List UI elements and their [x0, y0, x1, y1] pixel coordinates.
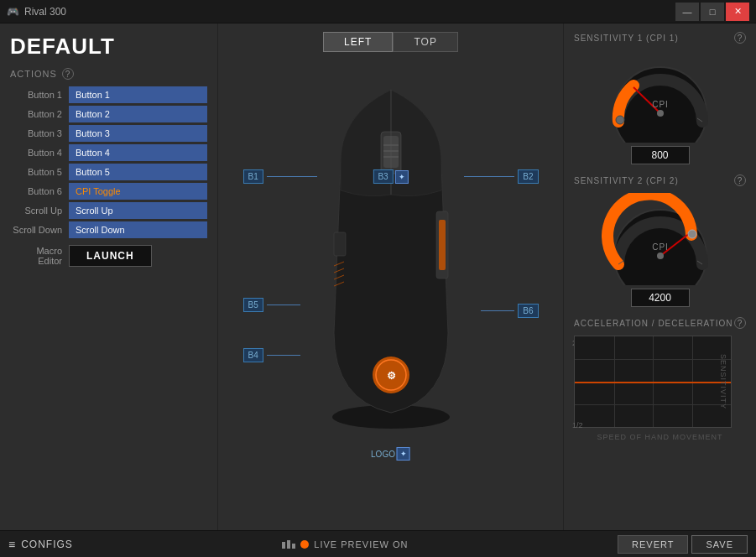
- svg-text:⚙: ⚙: [386, 370, 395, 382]
- logo-text: LOGO: [371, 450, 395, 459]
- action-row-scroll-down: Scroll Down Scroll Down: [10, 221, 207, 238]
- sensitivity2-title: SENSITIVITY 2 (CPI 2): [574, 176, 679, 185]
- view-tabs: LEFT TOP: [323, 32, 458, 52]
- app-icon: 🎮: [7, 6, 19, 18]
- b3-badge[interactable]: B3: [373, 169, 393, 184]
- b2-badge[interactable]: B2: [518, 169, 538, 184]
- configs-button[interactable]: ≡ CONFIGS: [8, 538, 73, 551]
- title-bar: 🎮 Rival 300 — □ ✕: [0, 0, 756, 23]
- action-row-button5: Button 5 Button 5: [10, 164, 207, 180]
- action-row-button3: Button 3 Button 3: [10, 125, 207, 142]
- close-button[interactable]: ✕: [726, 3, 749, 21]
- configs-label: CONFIGS: [21, 539, 73, 550]
- tab-top[interactable]: TOP: [393, 32, 457, 52]
- svg-rect-12: [439, 220, 446, 270]
- scroll-down-label: Scroll Down: [10, 225, 69, 235]
- b1-badge[interactable]: B1: [243, 169, 263, 184]
- svg-point-23: [616, 116, 624, 124]
- sensitivity2-header: SENSITIVITY 2 (CPI 2) ?: [574, 174, 746, 186]
- x-axis-label: SPEED OF HAND MOVEMENT: [574, 433, 746, 441]
- page-title: DEFAULT: [10, 34, 207, 60]
- tab-left[interactable]: LEFT: [323, 32, 393, 52]
- button4-action[interactable]: Button 4: [69, 144, 207, 161]
- sensitivity2-input[interactable]: [631, 289, 690, 307]
- sensitivity1-gauge: CPI: [574, 50, 746, 143]
- action-row-scroll-up: Scroll Up Scroll Up: [10, 202, 207, 219]
- configs-icon: ≡: [8, 538, 16, 551]
- macro-row: Macro Editor LAUNCH: [10, 245, 207, 267]
- sensitivity2-help[interactable]: ?: [734, 174, 746, 186]
- button2-action[interactable]: Button 2: [69, 106, 207, 122]
- action-row-button4: Button 4 Button 4: [10, 144, 207, 161]
- svg-point-21: [657, 110, 664, 117]
- actions-header: ACTIONS ?: [10, 68, 207, 80]
- svg-text:CPI: CPI: [652, 100, 669, 109]
- button5-action[interactable]: Button 5: [69, 164, 207, 180]
- button3-label: Button 3: [10, 128, 69, 138]
- action-row-button1: Button 1 Button 1: [10, 86, 207, 103]
- sensitivity1-input[interactable]: [631, 146, 690, 164]
- save-button[interactable]: SAVE: [691, 535, 748, 554]
- minimize-button[interactable]: —: [675, 3, 699, 21]
- scroll-up-action[interactable]: Scroll Up: [69, 202, 207, 219]
- button5-label: Button 5: [10, 167, 69, 177]
- sensitivity1-help[interactable]: ?: [734, 32, 746, 44]
- gauge2-svg: CPI: [602, 193, 719, 285]
- b4-label: B4: [243, 348, 300, 362]
- live-bars-icon: [282, 540, 295, 549]
- action-row-button6: Button 6 CPI Toggle: [10, 183, 207, 200]
- right-panel: SENSITIVITY 1 (CPI 1) ? CPI: [563, 23, 756, 530]
- svg-rect-6: [334, 232, 346, 256]
- mouse-svg: ⚙: [307, 65, 475, 434]
- y-axis-bottom: 1/2: [572, 421, 583, 429]
- b5-label: B5: [243, 298, 300, 312]
- svg-text:CPI: CPI: [652, 242, 669, 252]
- b2-label: B2: [464, 169, 538, 184]
- scroll-down-action[interactable]: Scroll Down: [69, 221, 207, 238]
- accel-title: ACCELERATION / DECELERATION: [574, 319, 733, 328]
- app-title: Rival 300: [24, 6, 66, 18]
- macro-editor-label: Macro Editor: [10, 246, 69, 266]
- actions-help-icon[interactable]: ?: [62, 68, 74, 80]
- sensitivity1-value-box: [574, 146, 746, 164]
- bar2: [287, 540, 290, 549]
- live-indicator-dot: [300, 540, 309, 549]
- launch-button[interactable]: LAUNCH: [69, 245, 152, 267]
- bottom-right-buttons: REVERT SAVE: [618, 535, 748, 554]
- b3-icon: ✦: [395, 170, 409, 184]
- bar3: [292, 544, 295, 549]
- accel-chart[interactable]: SENSITIVITY: [574, 336, 732, 428]
- logo-icon: ✦: [397, 447, 410, 461]
- sensitivity2-value-box: [574, 289, 746, 307]
- svg-point-28: [657, 252, 664, 259]
- accel-section: ACCELERATION / DECELERATION ? 2× SENSITI…: [574, 317, 746, 441]
- y-axis-label: SENSITIVITY: [719, 354, 727, 409]
- maximize-button[interactable]: □: [701, 3, 724, 21]
- button6-label: Button 6: [10, 186, 69, 196]
- accel-help[interactable]: ?: [734, 317, 746, 329]
- actions-label: ACTIONS: [10, 69, 57, 79]
- accel-chart-wrapper: 2× SENSITIVITY 1/2: [574, 336, 746, 428]
- b1-label: B1: [243, 169, 317, 184]
- bar1: [282, 542, 285, 549]
- left-panel: DEFAULT ACTIONS ? Button 1 Button 1 Butt…: [0, 23, 218, 530]
- gauge1-svg: CPI: [602, 50, 719, 143]
- button6-action[interactable]: CPI Toggle: [69, 183, 207, 200]
- b3-label: B3 ✦: [373, 169, 408, 184]
- b5-badge[interactable]: B5: [243, 298, 263, 312]
- b4-badge[interactable]: B4: [243, 348, 263, 362]
- live-preview: LIVE PREVIEW ON: [282, 539, 408, 549]
- b6-badge[interactable]: B6: [518, 304, 538, 318]
- title-bar-controls: — □ ✕: [675, 3, 749, 21]
- button1-action[interactable]: Button 1: [69, 86, 207, 103]
- svg-point-30: [688, 230, 696, 238]
- button2-label: Button 2: [10, 109, 69, 119]
- button3-action[interactable]: Button 3: [69, 125, 207, 142]
- button4-label: Button 4: [10, 148, 69, 158]
- title-bar-left: 🎮 Rival 300: [7, 6, 66, 18]
- revert-button[interactable]: REVERT: [618, 535, 688, 554]
- sensitivity1-header: SENSITIVITY 1 (CPI 1) ?: [574, 32, 746, 44]
- sensitivity2-gauge: CPI: [574, 193, 746, 285]
- accel-header: ACCELERATION / DECELERATION ?: [574, 317, 746, 329]
- b6-label: B6: [481, 304, 538, 318]
